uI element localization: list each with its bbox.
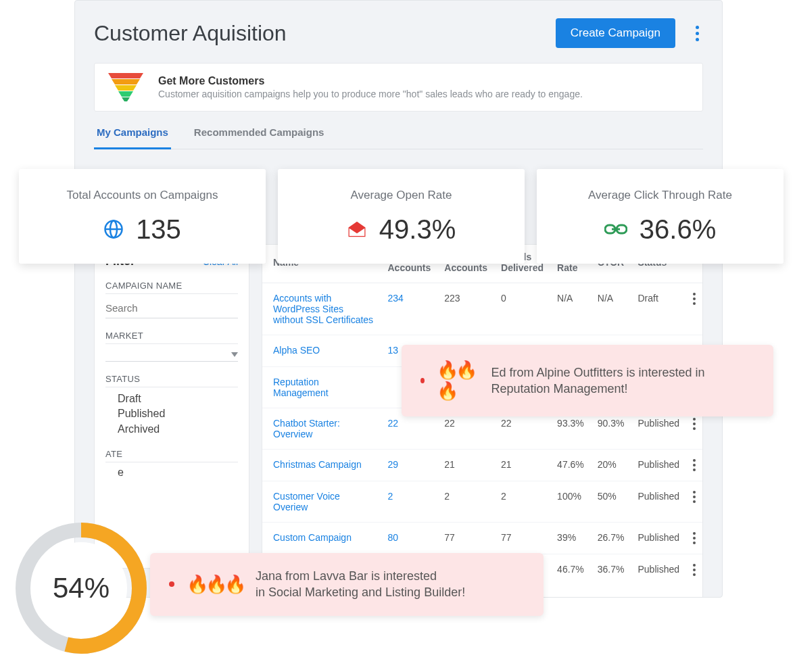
search-input[interactable] [105,298,238,318]
mail-open-icon [347,220,367,238]
cell-active: 2 [437,481,494,523]
chevron-down-icon [231,352,238,357]
row-menu-icon[interactable] [693,459,696,471]
create-campaign-button[interactable]: Create Campaign [556,18,675,48]
filter-panel: Filter Clear All CAMPAIGN NAME MARKET ST… [94,244,249,569]
svg-marker-4 [122,97,130,101]
fire-icon: 🔥🔥🔥 [187,574,243,595]
campaign-name-link[interactable]: Reputation Management [273,377,329,398]
campaign-name-link[interactable]: Customer Voice Overiew [273,491,340,512]
total-accounts-link[interactable]: 80 [387,532,398,543]
promo-title: Get More Customers [158,75,583,87]
svg-marker-2 [115,85,137,91]
card-value: 36.6% [640,214,716,245]
total-accounts-link[interactable]: 29 [387,459,398,470]
card-ctr: Average Click Through Rate 36.6% [537,169,784,264]
card-open-rate: Average Open Rate 49.3% [278,169,525,264]
cell-ctor: 50% [591,481,631,523]
cell-active: 77 [437,523,494,554]
total-accounts-link[interactable]: 13 [387,345,398,356]
row-menu-icon[interactable] [693,293,696,305]
header-actions: Create Campaign [556,18,703,48]
page-panel: Customer Aquisition Create Campaign Get … [74,0,723,598]
status-dot-icon [420,378,425,383]
link-icon [604,222,627,236]
svg-marker-3 [118,91,133,97]
market-dropdown[interactable] [105,348,238,362]
tab-my-campaigns[interactable]: My Campaigns [94,126,171,149]
cell-emails: 77 [494,523,550,554]
card-label: Average Open Rate [351,189,452,202]
status-option[interactable]: Draft [118,391,238,406]
cell-open: 46.7% [550,554,591,598]
hot-lead-notification[interactable]: 🔥🔥🔥 Ed from Alpine Outfitters is interes… [402,345,773,416]
card-label: Total Accounts on Campaigns [67,189,218,202]
row-menu-icon[interactable] [693,532,696,544]
page-header: Customer Aquisition Create Campaign [75,1,722,60]
card-value: 49.3% [379,214,456,245]
cell-active: 21 [437,450,494,481]
card-value: 135 [136,214,181,245]
promo-subtitle: Customer aquisition campaigns help you t… [158,89,583,99]
cell-emails: 2 [494,481,550,523]
notification-text: Ed from Alpine Outfitters is interested … [491,364,754,398]
campaign-name-link[interactable]: Alpha SEO [273,345,320,356]
cell-ctor: 20% [591,450,631,481]
cell-status: Published [631,481,687,523]
row-menu-icon[interactable] [693,564,696,576]
filter-market-label: MARKET [105,331,238,344]
table-row: Accounts with WordPress Sites without SS… [262,283,702,335]
notification-text: Jana from Lavva Bar is interested in Soc… [256,568,465,601]
svg-marker-1 [112,79,140,85]
fire-icon: 🔥🔥🔥 [437,360,479,402]
promo-banner: Get More Customers Customer aquisition c… [94,63,703,112]
table-row: Christmas Campaign29212147.6%20%Publishe… [262,450,702,481]
total-accounts-link[interactable]: 234 [387,293,403,304]
cell-open: N/A [550,283,591,335]
filter-date-cut: e [105,466,238,479]
cell-ctor: 26.7% [591,523,631,554]
campaign-name-link[interactable]: Custom Campaign [273,532,352,543]
status-option[interactable]: Archived [118,422,238,437]
total-accounts-link[interactable]: 2 [387,491,393,502]
cell-open: 47.6% [550,450,591,481]
gauge-value: 54% [14,521,149,656]
cell-ctor: N/A [591,283,631,335]
funnel-icon [108,73,143,101]
cell-emails: 21 [494,450,550,481]
status-dot-icon [169,581,174,587]
filter-date-label: ATE [105,449,238,462]
campaign-name-link[interactable]: Accounts with WordPress Sites without SS… [273,293,373,325]
cell-status: Draft [631,283,687,335]
progress-gauge: 54% [14,521,149,656]
row-menu-icon[interactable] [693,418,696,430]
tab-recommended-campaigns[interactable]: Recommended Campaigns [191,126,327,149]
svg-marker-0 [108,73,143,78]
cell-status: Published [631,523,687,554]
cell-emails: 0 [494,283,550,335]
cell-open: 39% [550,523,591,554]
tabs: My Campaigns Recommended Campaigns [94,126,703,149]
cell-status: Published [631,554,687,598]
content-row: Filter Clear All CAMPAIGN NAME MARKET ST… [94,244,703,598]
page-title: Customer Aquisition [94,21,287,46]
total-accounts-link[interactable]: 22 [387,418,398,429]
status-option[interactable]: Published [118,406,238,421]
filter-campaign-name-label: CAMPAIGN NAME [105,281,238,294]
card-label: Average Click Through Rate [588,189,732,202]
globe-icon [103,219,124,239]
card-total-accounts: Total Accounts on Campaigns 135 [19,169,266,264]
campaign-name-link[interactable]: Chatbot Starter: Overview [273,418,340,439]
table-row: Custom Campaign80777739%26.7%Published [262,523,702,554]
campaign-name-link[interactable]: Christmas Campaign [273,459,362,470]
cell-ctor: 36.7% [591,554,631,598]
filter-status-label: STATUS [105,374,238,387]
row-menu-icon[interactable] [693,491,696,503]
campaign-table: Name Total Accounts Active Accounts Emai… [262,244,703,598]
more-menu-icon[interactable] [692,22,703,45]
cell-open: 100% [550,481,591,523]
cell-active: 223 [437,283,494,335]
table-row: Customer Voice Overiew222100%50%Publishe… [262,481,702,523]
cell-status: Published [631,450,687,481]
hot-lead-notification[interactable]: 🔥🔥🔥 Jana from Lavva Bar is interested in… [150,553,544,616]
